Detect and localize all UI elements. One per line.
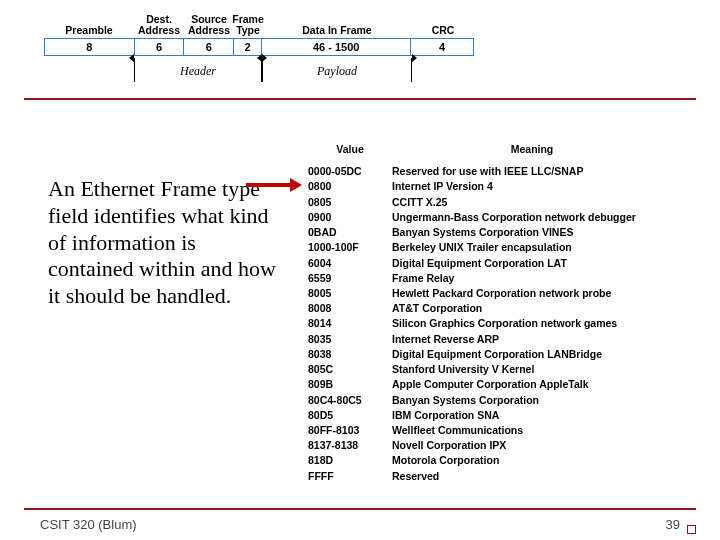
col-header-meaning: Meaning [392, 142, 672, 157]
body-paragraph: An Ethernet Frame type field identifies … [48, 176, 278, 310]
table-row: 818DMotorola Corporation [308, 453, 692, 468]
table-row: 0000-05DCReserved for use with IEEE LLC/… [308, 164, 692, 179]
cell-meaning: CCITT X.25 [392, 195, 692, 210]
cell-meaning: Digital Equipment Corporation LANBridge [392, 347, 692, 362]
table-row: 8137-8138Novell Corporation IPX [308, 438, 692, 453]
cell-value: 818D [308, 453, 392, 468]
divider-top [24, 98, 696, 100]
cell-value: 0BAD [308, 225, 392, 240]
cell-value: 80D5 [308, 408, 392, 423]
cell-value: 0800 [308, 179, 392, 194]
cell-meaning: Reserved [392, 469, 692, 484]
frame-type-table: Value Meaning 0000-05DCReserved for use … [308, 142, 692, 484]
hdr-crc: CRC [412, 14, 474, 38]
table-row: 80C4-80C5Banyan Systems Corporation [308, 393, 692, 408]
table-row: 809BApple Computer Corporation AppleTalk [308, 377, 692, 392]
cell-meaning: Digital Equipment Corporation LAT [392, 256, 692, 271]
cell-meaning: Reserved for use with IEEE LLC/SNAP [392, 164, 692, 179]
cell-meaning: Motorola Corporation [392, 453, 692, 468]
cell-meaning: Banyan Systems Corporation VINES [392, 225, 692, 240]
table-row: 8014Silicon Graphics Corporation network… [308, 316, 692, 331]
cell-value: FFFF [308, 469, 392, 484]
hdr-dest-address: Dest. Address [134, 14, 184, 38]
table-row: 6559Frame Relay [308, 271, 692, 286]
cell-value: 8038 [308, 347, 392, 362]
cell-meaning: IBM Corporation SNA [392, 408, 692, 423]
hdr-preamble: Preamble [44, 14, 134, 38]
table-row: 80D5IBM Corporation SNA [308, 408, 692, 423]
hdr-source-address: Source Address [184, 14, 234, 38]
table-row: 0BADBanyan Systems Corporation VINES [308, 225, 692, 240]
cell-value: 0805 [308, 195, 392, 210]
hdr-frame-type: Frame Type [234, 14, 262, 38]
cell-value: 0000-05DC [308, 164, 392, 179]
frame-brackets: Header Payload [44, 56, 474, 84]
table-row: 1000-100FBerkeley UNIX Trailer encapsula… [308, 240, 692, 255]
bracket-header: Header [134, 58, 262, 82]
val-frame-type: 2 [234, 39, 262, 55]
cell-value: 805C [308, 362, 392, 377]
table-row: 0805CCITT X.25 [308, 195, 692, 210]
table-body: 0000-05DCReserved for use with IEEE LLC/… [308, 164, 692, 484]
cell-meaning: Silicon Graphics Corporation network gam… [392, 316, 692, 331]
table-row: 8005Hewlett Packard Corporation network … [308, 286, 692, 301]
cell-meaning: Hewlett Packard Corporation network prob… [392, 286, 692, 301]
col-header-value: Value [308, 142, 392, 157]
val-crc: 4 [411, 39, 473, 55]
arrow-icon [246, 178, 302, 192]
cell-value: 8008 [308, 301, 392, 316]
table-row: 8038Digital Equipment Corporation LANBri… [308, 347, 692, 362]
cell-value: 6004 [308, 256, 392, 271]
table-row: 80FF-8103Wellfleet Communications [308, 423, 692, 438]
cell-meaning: Stanford University V Kernel [392, 362, 692, 377]
cell-value: 80C4-80C5 [308, 393, 392, 408]
table-row: 8035Internet Reverse ARP [308, 332, 692, 347]
cell-meaning: AT&T Corporation [392, 301, 692, 316]
footer-square-icon [687, 525, 696, 534]
cell-meaning: Novell Corporation IPX [392, 438, 692, 453]
cell-meaning: Internet Reverse ARP [392, 332, 692, 347]
val-source-address: 6 [184, 39, 234, 55]
cell-value: 0900 [308, 210, 392, 225]
table-row: 8008AT&T Corporation [308, 301, 692, 316]
table-row: 0900Ungermann-Bass Corporation network d… [308, 210, 692, 225]
cell-value: 809B [308, 377, 392, 392]
bracket-header-label: Header [135, 64, 261, 79]
cell-value: 8035 [308, 332, 392, 347]
cell-value: 6559 [308, 271, 392, 286]
slide: Preamble Dest. Address Source Address Fr… [0, 0, 720, 540]
table-row: FFFFReserved [308, 469, 692, 484]
cell-value: 8014 [308, 316, 392, 331]
cell-value: 8005 [308, 286, 392, 301]
cell-meaning: Banyan Systems Corporation [392, 393, 692, 408]
bracket-payload: Payload [262, 58, 412, 82]
frame-field-headers: Preamble Dest. Address Source Address Fr… [44, 14, 474, 38]
cell-value: 1000-100F [308, 240, 392, 255]
cell-meaning: Wellfleet Communications [392, 423, 692, 438]
cell-value: 8137-8138 [308, 438, 392, 453]
cell-meaning: Frame Relay [392, 271, 692, 286]
hdr-data: Data In Frame [262, 14, 412, 38]
val-dest-address: 6 [135, 39, 185, 55]
table-header: Value Meaning [308, 142, 692, 158]
bracket-payload-label: Payload [263, 64, 411, 79]
cell-meaning: Ungermann-Bass Corporation network debug… [392, 210, 692, 225]
cell-meaning: Berkeley UNIX Trailer encapsulation [392, 240, 692, 255]
footer-course: CSIT 320 (Blum) [40, 517, 137, 532]
val-data: 46 - 1500 [262, 39, 411, 55]
cell-value: 80FF-8103 [308, 423, 392, 438]
table-row: 805CStanford University V Kernel [308, 362, 692, 377]
table-row: 0800Internet IP Version 4 [308, 179, 692, 194]
footer-page-number: 39 [666, 517, 680, 532]
val-preamble: 8 [45, 39, 135, 55]
table-row: 6004Digital Equipment Corporation LAT [308, 256, 692, 271]
divider-bottom [24, 508, 696, 510]
ethernet-frame-diagram: Preamble Dest. Address Source Address Fr… [44, 14, 474, 84]
cell-meaning: Internet IP Version 4 [392, 179, 692, 194]
cell-meaning: Apple Computer Corporation AppleTalk [392, 377, 692, 392]
